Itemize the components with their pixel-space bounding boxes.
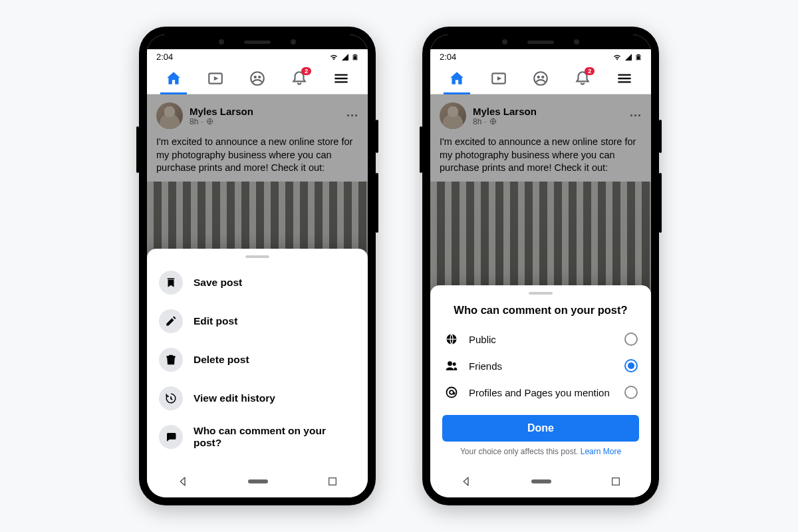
svg-rect-6	[329, 478, 336, 485]
groups-icon	[532, 70, 549, 87]
tab-notifications[interactable]: 2	[569, 70, 596, 94]
home-icon	[165, 70, 182, 87]
post-text: I'm excited to announce a new online sto…	[147, 133, 368, 182]
signal-icon	[624, 53, 633, 61]
post-time: 8h	[473, 117, 481, 126]
tab-watch[interactable]	[202, 70, 229, 94]
avatar[interactable]	[440, 102, 466, 129]
phone-mockup-left: 2:04 2	[139, 27, 376, 505]
feed-post-area: Myles Larson 8h · ··· I'm excited to ann…	[147, 94, 368, 466]
post-meta: 8h ·	[473, 117, 537, 126]
sheet-handle[interactable]	[529, 292, 553, 295]
menu-label: Save post	[194, 277, 242, 289]
hamburger-icon	[332, 70, 350, 87]
globe-icon	[445, 332, 458, 346]
globe-icon	[206, 118, 213, 125]
phone-notch	[430, 35, 651, 49]
post-time: 8h	[190, 117, 198, 126]
helper-text: Your choice only affects this post. Lear…	[430, 446, 651, 456]
svg-point-2	[251, 72, 264, 85]
post-author[interactable]: Myles Larson	[473, 106, 537, 117]
menu-save-post[interactable]: Save post	[147, 263, 368, 302]
trash-icon	[165, 354, 177, 366]
hamburger-icon	[616, 70, 633, 87]
tab-watch[interactable]	[485, 70, 512, 94]
post-more-button[interactable]: ···	[630, 109, 642, 123]
tab-menu[interactable]	[611, 70, 638, 94]
menu-view-history[interactable]: View edit history	[147, 379, 368, 418]
option-label: Public	[469, 334, 615, 345]
notification-badge: 2	[301, 67, 311, 75]
radio-unselected[interactable]	[624, 332, 638, 346]
chat-icon	[165, 431, 177, 443]
option-mentions[interactable]: Profiles and Pages you mention	[430, 379, 651, 406]
nav-back[interactable]	[460, 475, 472, 487]
battery-icon	[352, 53, 358, 62]
signal-icon	[340, 53, 350, 61]
nav-back[interactable]	[177, 475, 189, 487]
option-label: Friends	[469, 360, 615, 372]
tab-home[interactable]	[160, 70, 187, 94]
post-header: Myles Larson 8h · ···	[147, 94, 368, 133]
avatar[interactable]	[156, 102, 183, 129]
menu-edit-post[interactable]: Edit post	[147, 302, 368, 340]
svg-point-9	[534, 72, 547, 85]
android-nav-bar	[430, 466, 651, 497]
post-header: Myles Larson 8h · ···	[430, 94, 651, 133]
svg-point-10	[537, 76, 540, 78]
helper-text-label: Your choice only affects this post.	[460, 447, 581, 456]
watch-icon	[207, 70, 224, 87]
post-meta: 8h ·	[190, 117, 253, 126]
android-nav-bar	[147, 466, 368, 497]
phone-notch	[147, 35, 368, 49]
radio-unselected[interactable]	[624, 386, 638, 399]
svg-point-11	[541, 76, 544, 78]
battery-icon	[635, 53, 642, 62]
nav-recents[interactable]	[327, 476, 338, 487]
feed-post-area: Myles Larson 8h · ··· I'm excited to ann…	[430, 94, 651, 466]
svg-rect-18	[612, 478, 620, 485]
status-bar: 2:04	[147, 49, 368, 63]
history-icon	[165, 392, 177, 404]
learn-more-link[interactable]: Learn More	[581, 447, 621, 456]
wifi-icon	[329, 53, 338, 61]
tab-home[interactable]	[444, 70, 470, 94]
menu-label: Delete post	[194, 354, 249, 366]
action-sheet-comment-settings: Who can comment on your post? Public Fri…	[430, 285, 651, 466]
status-icons	[612, 53, 642, 62]
mention-icon	[445, 386, 458, 399]
menu-label: View edit history	[194, 392, 275, 404]
status-icons	[329, 53, 358, 62]
notification-badge: 2	[585, 67, 595, 75]
tab-notifications[interactable]: 2	[286, 70, 313, 94]
svg-rect-0	[354, 56, 356, 59]
screen-right: 2:04 2	[430, 35, 651, 497]
svg-point-4	[258, 76, 261, 78]
menu-delete-post[interactable]: Delete post	[147, 340, 368, 379]
top-tabs: 2	[430, 63, 651, 94]
tab-menu[interactable]	[328, 70, 354, 94]
post-more-button[interactable]: ···	[346, 109, 358, 123]
status-bar: 2:04	[430, 49, 651, 63]
globe-icon	[489, 118, 497, 125]
sheet-handle[interactable]	[245, 255, 269, 258]
phone-mockup-right: 2:04 2	[422, 27, 659, 505]
done-button[interactable]: Done	[442, 415, 639, 442]
tab-groups[interactable]	[527, 70, 554, 94]
svg-rect-7	[637, 56, 640, 59]
status-time: 2:04	[440, 52, 456, 62]
radio-selected[interactable]	[624, 359, 638, 372]
top-tabs: 2	[147, 63, 368, 94]
tab-groups[interactable]	[244, 70, 271, 94]
option-friends[interactable]: Friends	[430, 352, 651, 379]
nav-home[interactable]	[248, 479, 268, 483]
groups-icon	[249, 70, 266, 87]
nav-recents[interactable]	[610, 476, 621, 487]
option-public[interactable]: Public	[430, 326, 651, 352]
screen-left: 2:04 2	[147, 35, 368, 497]
menu-label: Edit post	[194, 315, 237, 327]
menu-who-can-comment[interactable]: Who can comment on your post?	[147, 418, 368, 456]
svg-point-15	[453, 362, 456, 366]
nav-home[interactable]	[531, 479, 551, 483]
post-author[interactable]: Myles Larson	[190, 106, 253, 117]
